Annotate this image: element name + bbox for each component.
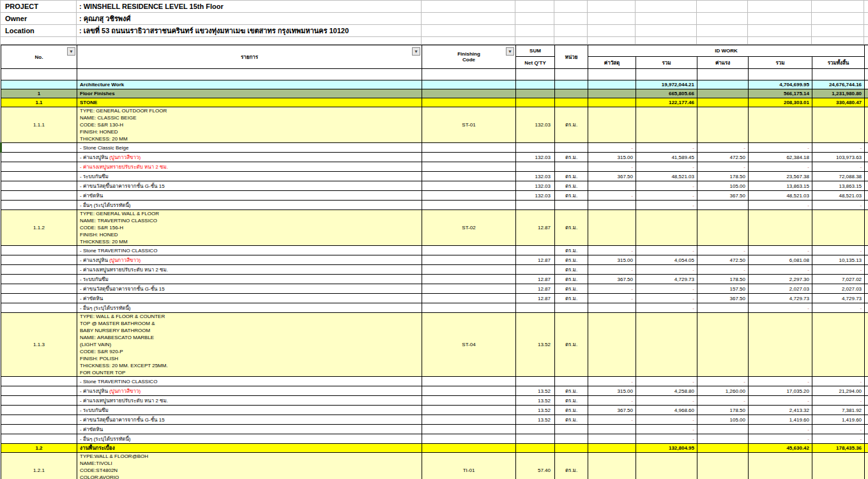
cell-material-total[interactable]: 132,804.95 (636, 444, 697, 453)
empty-cell[interactable] (554, 13, 588, 25)
cell-description[interactable]: - ค่าขนวัสดุขึ้นอาคารจากชั้น G-ชั้น 15 (77, 415, 422, 425)
empty-cell[interactable] (515, 1, 554, 13)
cell-labor-rate[interactable]: 178.50 (697, 172, 749, 181)
cell-material-rate[interactable] (588, 444, 636, 453)
cell-grand-total[interactable]: - (812, 377, 865, 386)
cell-qty[interactable] (516, 377, 555, 386)
cell-labor-rate[interactable]: 105.00 (697, 181, 749, 191)
cell-no[interactable]: 1.1.2 (1, 210, 77, 246)
cell-unit[interactable]: ตร.ม. (555, 210, 588, 246)
cell-labor-total[interactable] (749, 107, 812, 143)
cell-grand-total[interactable]: 24,676,744.16 (812, 80, 865, 89)
cell-finishing-code[interactable] (422, 191, 516, 201)
cell-material-total[interactable]: 48,521.03 (636, 172, 697, 181)
cell-labor-rate[interactable]: 472.50 (697, 153, 749, 162)
cell-description[interactable]: - ค่าแรงปูหิน (ปูนกาวสีขาว) (77, 153, 422, 162)
cell-material-rate[interactable]: 367.50 (588, 172, 636, 181)
cell-grand-total[interactable]: 13,863.15 (812, 181, 865, 191)
cell-labor-rate[interactable]: 1,260.00 (697, 386, 749, 396)
column-header-labor-rate[interactable]: ค่าแรง (697, 57, 749, 69)
cell-qty[interactable]: 12.87 (516, 294, 555, 303)
cell-unit[interactable]: ตร.ม. (555, 453, 588, 479)
cell-unit[interactable]: ตร.ม. (555, 294, 588, 303)
cell-unit[interactable] (555, 162, 588, 172)
cell-grand-total[interactable] (812, 210, 865, 246)
cell-unit[interactable]: ตร.ม. (555, 191, 588, 201)
cell-finishing-code[interactable]: TI-01 (422, 453, 516, 479)
cell-sliver[interactable] (865, 377, 868, 386)
location-value[interactable]: : เลขที่ 53 ถนนนราธิวาสราชนครินทร์ แขวงท… (77, 25, 422, 37)
cell-sliver[interactable] (865, 107, 868, 143)
cell-labor-rate[interactable]: - (697, 143, 749, 153)
cell-grand-total[interactable]: 10,135.13 (812, 255, 865, 265)
cell-sliver[interactable] (865, 415, 868, 425)
cell-no[interactable]: 1.2 (1, 444, 77, 453)
cell-material-rate[interactable] (588, 425, 636, 434)
cell-qty[interactable] (516, 265, 555, 275)
cell-no[interactable] (1, 201, 77, 210)
cell-unit[interactable]: ตร.ม. (555, 396, 588, 406)
cell-finishing-code[interactable] (422, 246, 516, 255)
cell-material-rate[interactable]: - (588, 162, 636, 172)
cell-description[interactable]: - ค่าขัดหิน (77, 294, 422, 303)
cell-labor-rate[interactable] (697, 210, 749, 246)
empty-cell[interactable] (515, 37, 554, 45)
cell-labor-total[interactable]: - (749, 162, 812, 172)
empty-cell[interactable] (636, 13, 697, 25)
cell-material-rate[interactable] (588, 181, 636, 191)
cell-grand-total[interactable]: 178,435.36 (812, 444, 865, 453)
cell-unit[interactable]: ตร.ม. (555, 172, 588, 181)
cell-labor-total[interactable]: - (749, 265, 812, 275)
no-filter-button[interactable]: ▼ (67, 47, 75, 56)
column-header-unit[interactable]: หน่วย (555, 45, 588, 69)
cell-material-total[interactable] (636, 107, 697, 143)
cell-finishing-code[interactable] (422, 386, 516, 396)
cell-finishing-code[interactable] (422, 265, 516, 275)
cell-finishing-code[interactable] (422, 255, 516, 265)
cell-qty[interactable] (516, 444, 555, 453)
cell-labor-rate[interactable] (697, 201, 749, 210)
cell-finishing-code[interactable] (422, 396, 516, 406)
cell-grand-total[interactable]: - (812, 425, 865, 434)
cell-no[interactable] (1, 191, 77, 201)
cell-sliver[interactable] (865, 162, 868, 172)
cell-sliver[interactable] (865, 246, 868, 255)
cell-description[interactable]: - ระบบกันซึม (77, 172, 422, 181)
empty-cell[interactable] (636, 25, 697, 37)
cell-description[interactable]: - ค่าขัดหิน (77, 425, 422, 434)
cell-finishing-code[interactable]: ST-01 (422, 107, 516, 143)
cell-no[interactable]: 1.1 (1, 98, 77, 107)
cell-labor-rate[interactable]: - (697, 265, 749, 275)
empty-cell[interactable] (422, 25, 515, 37)
cell-qty[interactable]: 13.52 (516, 396, 555, 406)
cell-labor-total[interactable]: - (749, 246, 812, 255)
cell-labor-total[interactable]: 62,384.18 (749, 153, 812, 162)
cell-sliver[interactable] (865, 98, 868, 107)
cell-no[interactable] (1, 386, 77, 396)
cell-material-rate[interactable] (588, 89, 636, 98)
cell-qty[interactable] (516, 80, 555, 89)
cell-grand-total[interactable] (812, 453, 865, 479)
cell-sliver[interactable] (865, 406, 868, 415)
cell-sliver[interactable] (865, 444, 868, 453)
cell-grand-total[interactable]: 7,027.02 (812, 275, 865, 284)
cell-material-rate[interactable] (588, 453, 636, 479)
cell-labor-total[interactable]: 45,630.42 (749, 444, 812, 453)
cell-material-rate[interactable]: 367.50 (588, 406, 636, 415)
column-header-sum[interactable]: SUM (516, 45, 555, 57)
empty-cell[interactable] (812, 13, 864, 25)
cell-description[interactable]: - ค่าแรงเทปูนทรายปรับระดับ หนา 2 ซม. (77, 396, 422, 406)
cell-grand-total[interactable]: - (812, 201, 865, 210)
cell-unit[interactable] (555, 201, 588, 210)
cell-material-total[interactable]: 4,258.80 (636, 386, 697, 396)
cell-labor-total[interactable] (749, 453, 812, 479)
column-header-id-work[interactable]: ID WORK (588, 45, 865, 57)
cell-qty[interactable]: 132.03 (516, 153, 555, 162)
cell-sliver[interactable] (865, 80, 868, 89)
cell-unit[interactable]: ตร.ม. (555, 181, 588, 191)
cell-grand-total[interactable]: - (812, 396, 865, 406)
cell-unit[interactable] (555, 434, 588, 444)
cell-description[interactable] (77, 69, 422, 80)
cell-labor-rate[interactable] (697, 425, 749, 434)
cell-qty[interactable]: 12.87 (516, 210, 555, 246)
